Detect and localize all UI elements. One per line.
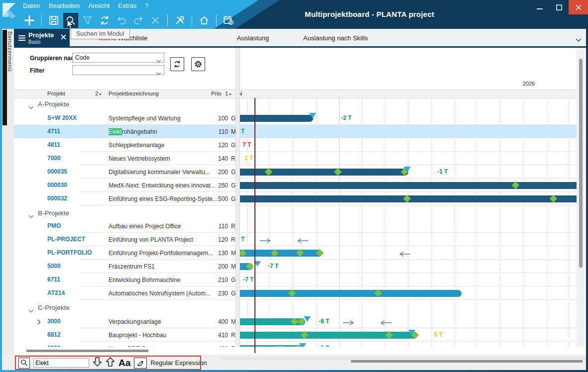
constraint-arrow-left-icon <box>296 237 309 246</box>
project-name: Systempflege und Wartung <box>109 115 180 122</box>
tab-overflow-chevron-icon[interactable] <box>575 35 582 44</box>
table-horizontal-scrollbar-thumb[interactable] <box>26 350 148 352</box>
search-hit: Elekt <box>109 128 122 135</box>
table-row[interactable]: 3000Verpackungsanlage400M-8 T <box>14 315 577 328</box>
project-id-link[interactable]: 7000 <box>47 155 61 162</box>
plus-icon[interactable] <box>22 13 37 28</box>
project-status-letter: G <box>231 115 235 122</box>
project-priority: 500 <box>183 195 228 202</box>
panel-splitter[interactable] <box>235 48 240 347</box>
project-id-link[interactable]: PMO <box>47 222 61 229</box>
maximize-button[interactable] <box>549 0 569 14</box>
project-priority: 130 <box>183 250 228 257</box>
delay-label: -2 T <box>341 114 352 121</box>
group-header[interactable]: C-Projekte <box>14 302 577 315</box>
gantt-bar[interactable] <box>239 250 322 257</box>
search-next-button[interactable] <box>93 357 102 369</box>
table-row[interactable]: 6711Entwicklung Bohrmaschine210G-7 T <box>14 273 577 286</box>
constraint-arrow-right-icon <box>259 237 272 246</box>
table-row[interactable]: 000032Einführung eines ESG-Reporting-Sys… <box>14 192 577 205</box>
tab-auslastung[interactable]: Auslastung <box>237 34 269 42</box>
calendar-clock-icon[interactable] <box>221 13 236 28</box>
table-row[interactable]: S+W 20XXSystempflege und Wartung100G-2 T <box>14 111 577 125</box>
project-priority: 210 <box>183 277 228 283</box>
user-menu-handle[interactable] <box>2 30 7 125</box>
vertical-scrollbar[interactable] <box>577 48 585 347</box>
tab-auslastung-nach-skills[interactable]: Auslastung nach Skills <box>303 34 368 42</box>
table-row[interactable]: PMOAufbau eines Project Office110R <box>14 219 577 233</box>
sort-indicator-project[interactable]: 2▲ <box>95 91 102 96</box>
menu-item-[interactable]: ? <box>145 2 148 9</box>
match-case-button[interactable]: Aa <box>118 358 130 368</box>
close-button[interactable] <box>569 0 588 14</box>
project-name: Neues Vertriebssystem <box>109 155 170 162</box>
project-id-link[interactable]: S+W 20XX <box>47 114 77 121</box>
table-row[interactable]: 9999Neues PRE-Syst...420R-5 T <box>14 342 577 347</box>
hamburger-menu-icon[interactable] <box>18 34 25 43</box>
table-row[interactable]: 5000Fräszentrum FS1200M-7 T <box>14 260 577 273</box>
sort-indicator-prio[interactable]: 1▲ <box>225 91 232 96</box>
project-id-link[interactable]: 3000 <box>47 318 61 325</box>
search-prev-button[interactable] <box>106 357 115 369</box>
table-row[interactable]: 6812Bauprojekt - Hochbau410R5 T <box>14 328 577 342</box>
expand-chevron-icon[interactable] <box>37 318 41 327</box>
highlight-all-button[interactable] <box>134 358 147 369</box>
tab-close-icon[interactable] <box>61 33 66 42</box>
tab-projekte-active[interactable]: Projekte Basis <box>14 29 70 48</box>
redo-icon[interactable] <box>131 13 146 28</box>
toolbar-separator <box>192 14 192 26</box>
project-id-link[interactable]: 9999 <box>47 345 61 347</box>
table-row[interactable]: PL-PORTFOLIOEinführung Projekt-Portfolio… <box>14 246 577 260</box>
gantt-horizontal-scrollbar-thumb[interactable] <box>351 360 583 363</box>
minimize-button[interactable] <box>530 0 549 14</box>
table-row[interactable]: 7000Neues Vertriebssystem140R1 T <box>14 152 577 165</box>
search-icon[interactable] <box>18 358 30 369</box>
group-header[interactable]: A-Projekte <box>14 98 577 111</box>
gantt-horizontal-scrollbar[interactable] <box>221 357 586 361</box>
table-row[interactable]: 000035Digitalisierung kommunaler Verwalt… <box>14 165 577 179</box>
chevron-down-icon[interactable] <box>28 103 34 112</box>
menu-item-daten[interactable]: Daten <box>23 2 40 9</box>
project-id-link[interactable]: 5000 <box>47 263 61 270</box>
search-input[interactable] <box>33 358 89 368</box>
tools-icon[interactable] <box>172 13 187 28</box>
save-icon[interactable] <box>46 13 61 28</box>
close-icon[interactable] <box>148 13 163 28</box>
filter-icon[interactable] <box>80 13 95 28</box>
project-id-link[interactable]: 000030 <box>47 182 67 188</box>
menu-item-extras[interactable]: Extras <box>118 2 136 9</box>
column-header-project[interactable]: Projekt <box>47 91 65 96</box>
project-id-link[interactable]: 4811 <box>47 141 60 148</box>
gantt-bar[interactable] <box>239 290 462 297</box>
project-id-link[interactable]: PL-PORTFOLIO <box>47 249 92 256</box>
table-row[interactable]: 000030MedX-Next: Entwicklung eines innov… <box>14 179 577 192</box>
project-id-link[interactable]: 6711 <box>47 276 60 283</box>
gantt-bar[interactable] <box>239 115 313 122</box>
menu-item-ansicht[interactable]: Ansicht <box>89 2 110 9</box>
deadline-marker-icon <box>304 316 311 322</box>
project-id-link[interactable]: 6812 <box>47 331 61 338</box>
group-header[interactable]: B-Projekte <box>14 207 577 220</box>
table-row[interactable]: 4811Schleppkettenanlage120G7 T <box>14 138 577 152</box>
project-id-link[interactable]: 000035 <box>47 168 67 175</box>
undo-icon[interactable] <box>114 13 129 28</box>
table-row[interactable]: PL-PROJECTEinführung von PLANTA Project1… <box>14 233 577 246</box>
table-row[interactable]: 4711Elektrohängebahn110MT <box>14 125 577 138</box>
refresh-icon[interactable] <box>97 13 112 28</box>
project-id-link[interactable]: PL-PROJECT <box>47 236 85 243</box>
menu-item-bearbeiten[interactable]: Bearbeiten <box>49 2 80 9</box>
gantt-bar[interactable] <box>239 169 408 176</box>
project-status-letter: G <box>231 195 235 202</box>
project-id-link[interactable]: 000032 <box>47 195 67 202</box>
project-id-link[interactable]: AT214 <box>47 289 65 296</box>
project-id-link[interactable]: 4711 <box>47 128 60 135</box>
gantt-bar[interactable] <box>239 182 577 189</box>
chevron-down-icon[interactable] <box>28 306 34 315</box>
column-header-prio[interactable]: Prio <box>211 91 221 96</box>
column-header-name[interactable]: Projektbezeichnung <box>109 91 159 96</box>
vertical-scrollbar-thumb[interactable] <box>579 59 583 268</box>
table-row[interactable]: AT214Automatisches Notrufsystem (Autom..… <box>14 286 577 300</box>
toolbar-separator <box>167 14 168 26</box>
home-icon[interactable] <box>197 13 212 28</box>
user-menu-label: Benutzermenü <box>7 31 13 72</box>
